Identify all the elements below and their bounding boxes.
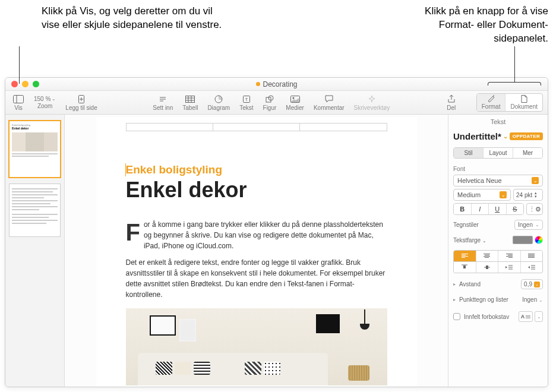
font-section-label: Font — [448, 163, 548, 173]
tab-mer[interactable]: Mer — [513, 148, 542, 158]
align-left-button[interactable] — [454, 251, 476, 261]
document-heading[interactable]: Enkel dekor — [126, 178, 387, 203]
document-subtitle[interactable]: Enkel boligstyling — [126, 117, 387, 176]
inspector-title: Tekst — [448, 115, 548, 129]
chart-label: Diagram — [207, 105, 230, 111]
toolbar: Vis 150 % ⌄ Zoom Legg til side Sett inn — [5, 91, 548, 115]
align-center-button[interactable] — [476, 251, 498, 261]
dropcap-more-button[interactable]: ⌄ — [535, 311, 543, 322]
svg-text:T: T — [245, 97, 248, 102]
svg-rect-8 — [186, 96, 195, 102]
indent-button[interactable] — [520, 262, 543, 273]
zoom-label: Zoom — [37, 103, 53, 109]
document-label: Dokument — [510, 103, 538, 110]
insert-button[interactable]: Sett inn — [150, 94, 175, 111]
thumbnail-page-2[interactable]: 2 — [9, 184, 61, 237]
media-label: Medier — [286, 105, 304, 111]
disclosure-triangle-icon[interactable]: ▸ — [453, 282, 456, 287]
bullets-select[interactable]: Ingen ⌄ — [522, 296, 543, 303]
paragraph-style-select[interactable]: Undertittel* ⌄ — [453, 131, 508, 141]
add-page-label: Legg til side — [65, 105, 97, 111]
color-wheel-button[interactable] — [535, 236, 543, 244]
tab-stil[interactable]: Stil — [454, 148, 483, 158]
chevron-down-icon: ⌄ — [52, 96, 56, 102]
update-style-button[interactable]: OPPDATER — [510, 132, 543, 140]
font-size-stepper[interactable]: 24 pkt ▴▾ — [513, 189, 543, 201]
align-top-button[interactable] — [454, 262, 476, 273]
text-color-swatch[interactable] — [513, 236, 533, 244]
format-icon — [487, 95, 495, 103]
dropcap-style-button[interactable]: A — [519, 311, 533, 322]
format-inspector: Tekst Undertittel* ⌄ OPPDATER Stil Layou… — [448, 115, 548, 387]
thumb-mini-title: Enkel dekor — [12, 127, 58, 130]
view-button[interactable]: Vis — [10, 94, 27, 111]
add-page-button[interactable]: Legg til side — [63, 94, 99, 111]
paragraph-2-text: Det er enkelt å redigere tekst, endre fo… — [126, 257, 387, 300]
close-window-button[interactable] — [11, 81, 18, 87]
font-family-select[interactable]: Helvetica Neue ⌄ — [453, 175, 543, 186]
thumbnail-page-1[interactable]: 1 Enkel boligstyling Enkel dekor — [9, 121, 61, 178]
zoom-button[interactable]: 150 % ⌄ Zoom — [31, 96, 58, 109]
table-button[interactable]: Tabell — [180, 94, 200, 111]
stepper-arrows-icon: ▴▾ — [535, 191, 537, 198]
underline-button[interactable]: U — [488, 204, 506, 214]
share-label: Del — [447, 105, 456, 111]
character-styles-select[interactable]: Ingen ⌄ — [514, 220, 543, 230]
italic-button[interactable]: I — [471, 204, 489, 214]
callout-line-right — [514, 46, 515, 82]
comment-button[interactable]: Kommentar — [311, 94, 347, 111]
text-options-button[interactable]: ⋮⚙ — [526, 203, 543, 215]
comment-label: Kommentar — [314, 105, 345, 111]
document-icon — [521, 95, 527, 103]
writing-tools-button[interactable]: Skriveverktøy — [352, 94, 393, 111]
spacing-value-input[interactable]: 0,9 ⌄ — [521, 279, 543, 289]
minimize-window-button[interactable] — [22, 81, 29, 87]
chart-button[interactable]: Diagram — [205, 94, 232, 111]
chevron-down-icon: ⌄ — [539, 298, 543, 303]
table-icon — [184, 94, 196, 104]
align-justify-button[interactable] — [520, 251, 543, 261]
titlebar: Decorating — [5, 78, 548, 91]
text-button[interactable]: T Tekst — [237, 94, 255, 111]
format-tab-button[interactable]: Format — [477, 94, 505, 111]
font-weight-select[interactable]: Medium ⌄ — [453, 189, 511, 201]
share-icon — [445, 94, 457, 104]
writing-tools-icon — [366, 94, 378, 104]
add-page-icon — [75, 94, 87, 104]
document-canvas[interactable]: Enkel boligstyling Enkel dekor For å kom… — [65, 115, 448, 387]
disclosure-triangle-icon[interactable]: ▸ — [453, 297, 456, 302]
dropcap-label: Innfelt forbokstav — [464, 314, 509, 320]
outdent-button[interactable] — [498, 262, 520, 273]
callout-left-text: Klikk på Vis, og velg deretter om du vil… — [42, 5, 226, 32]
align-middle-button[interactable] — [476, 262, 498, 273]
tab-layout[interactable]: Layout — [483, 148, 513, 158]
shape-button[interactable]: Figur — [261, 94, 279, 111]
callout-right-text: Klikk på en knapp for å vise Format- ell… — [406, 5, 548, 46]
dropdown-arrow-icon: ⌄ — [500, 191, 507, 198]
text-cursor — [125, 163, 126, 176]
document-status-dot — [255, 82, 260, 86]
document-page: Enkel boligstyling Enkel dekor For å kom… — [96, 117, 417, 387]
subtitle-text: Enkel boligstyling — [126, 163, 223, 176]
share-button[interactable]: Del — [443, 94, 460, 111]
strikethrough-button[interactable]: S — [506, 204, 524, 214]
chevron-down-icon: ⌄ — [535, 222, 539, 227]
media-button[interactable]: Medier — [283, 94, 306, 111]
document-image[interactable] — [126, 308, 387, 385]
dropcap-checkbox[interactable] — [453, 313, 460, 320]
document-body[interactable]: For å komme i gang bare trykker eller kl… — [126, 219, 387, 300]
table-label: Tabell — [182, 105, 198, 111]
format-label: Format — [482, 103, 501, 110]
align-right-button[interactable] — [498, 251, 520, 261]
character-styles-value: Ingen — [518, 222, 533, 228]
comment-icon — [323, 94, 335, 104]
chevron-down-icon: ⌄ — [503, 133, 508, 140]
font-family-value: Helvetica Neue — [457, 177, 502, 184]
view-icon — [12, 94, 24, 104]
inspector-toggle: Format Dokument — [476, 93, 543, 112]
document-tab-button[interactable]: Dokument — [505, 94, 542, 111]
bold-button[interactable]: B — [454, 204, 471, 214]
inspector-tabs: Stil Layout Mer — [453, 147, 543, 159]
text-icon: T — [241, 94, 252, 104]
fullscreen-window-button[interactable] — [33, 81, 39, 87]
